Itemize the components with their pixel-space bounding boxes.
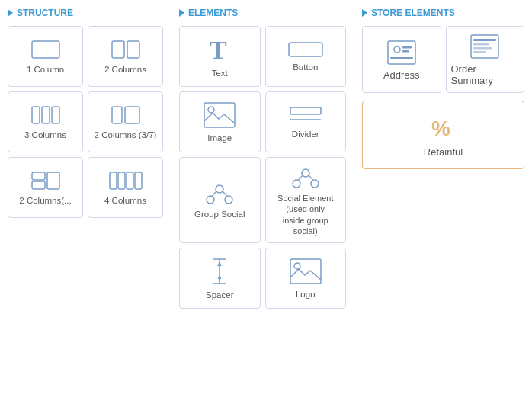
- svg-rect-45: [473, 39, 496, 41]
- 2colstack-label: 2 Columns(...: [19, 195, 71, 207]
- svg-rect-0: [32, 41, 59, 58]
- svg-rect-7: [125, 107, 139, 123]
- structure-collapse-icon[interactable]: [8, 9, 13, 17]
- svg-rect-37: [290, 259, 321, 284]
- svg-rect-10: [47, 172, 59, 189]
- svg-rect-5: [52, 107, 59, 123]
- svg-line-31: [309, 176, 313, 181]
- structure-item-2colstack[interactable]: 2 Columns(...: [8, 157, 83, 218]
- 2col37-icon: [111, 105, 141, 125]
- text-label: Text: [212, 68, 228, 79]
- svg-text:T: T: [210, 36, 227, 63]
- groupsocial-label: Group Social: [194, 209, 245, 220]
- element-text[interactable]: T Text: [179, 26, 261, 87]
- divider-icon: [290, 106, 322, 124]
- structure-header: STRUCTURE: [8, 8, 163, 18]
- 1col-label: 1 Column: [27, 64, 64, 75]
- button-icon: [288, 42, 323, 57]
- address-icon: [387, 40, 416, 65]
- svg-rect-16: [289, 43, 322, 56]
- svg-point-22: [216, 185, 223, 193]
- svg-rect-42: [402, 50, 409, 53]
- image-icon: [204, 102, 236, 128]
- address-label: Address: [383, 69, 420, 81]
- svg-rect-46: [473, 43, 489, 46]
- store-retainful[interactable]: % Retainful: [362, 101, 524, 169]
- svg-rect-39: [388, 41, 415, 64]
- svg-rect-12: [118, 172, 125, 189]
- store-retainful-wrapper: % Retainful: [362, 101, 524, 169]
- 4col-label: 4 Columns: [104, 195, 146, 207]
- spacer-icon: [212, 258, 227, 285]
- 2colstack-icon: [30, 171, 61, 191]
- 3col-icon: [30, 105, 61, 125]
- svg-line-30: [298, 176, 303, 181]
- store-panel: STORE ELEMENTS Address: [354, 0, 532, 420]
- element-spacer[interactable]: Spacer: [179, 248, 261, 309]
- svg-rect-48: [473, 51, 486, 53]
- svg-rect-3: [32, 107, 40, 123]
- svg-point-23: [207, 196, 214, 204]
- structure-panel: STRUCTURE 1 Column 2 Columns: [0, 0, 171, 420]
- structure-item-4col[interactable]: 4 Columns: [88, 157, 163, 218]
- svg-rect-9: [32, 181, 45, 189]
- element-groupsocial[interactable]: Group Social: [179, 157, 261, 243]
- image-label: Image: [207, 133, 232, 144]
- socialelement-label: Social Element (used only inside group s…: [277, 193, 333, 236]
- 2col-icon: [111, 40, 141, 59]
- logo-label: Logo: [296, 289, 316, 300]
- svg-rect-11: [110, 172, 117, 189]
- svg-rect-17: [204, 103, 235, 127]
- 1col-icon: [30, 40, 61, 59]
- 3col-label: 3 Columns: [24, 130, 66, 141]
- store-title: STORE ELEMENTS: [371, 8, 455, 18]
- svg-rect-13: [127, 172, 133, 189]
- store-grid: Address Order Summary: [362, 26, 524, 93]
- svg-rect-1: [112, 41, 124, 58]
- svg-point-27: [302, 169, 309, 177]
- svg-rect-19: [290, 107, 321, 114]
- elements-title: ELEMENTS: [188, 8, 238, 18]
- svg-point-29: [311, 180, 319, 188]
- structure-item-2col[interactable]: 2 Columns: [88, 26, 163, 87]
- structure-item-3col[interactable]: 3 Columns: [8, 91, 83, 152]
- 2col-label: 2 Columns: [104, 64, 146, 75]
- socialelement-icon: [291, 165, 320, 188]
- 2col37-label: 2 Columns (3/7): [95, 130, 157, 141]
- spacer-label: Spacer: [206, 290, 233, 301]
- store-ordersummary[interactable]: Order Summary: [446, 26, 525, 93]
- structure-title: STRUCTURE: [17, 8, 73, 18]
- svg-rect-2: [127, 41, 139, 58]
- structure-item-2col37[interactable]: 2 Columns (3/7): [88, 91, 163, 152]
- store-address[interactable]: Address: [362, 26, 441, 93]
- elements-panel: ELEMENTS T Text Button: [171, 0, 354, 420]
- button-label: Button: [293, 62, 318, 73]
- svg-rect-6: [112, 107, 122, 123]
- svg-line-26: [223, 192, 228, 197]
- structure-item-1col[interactable]: 1 Column: [8, 26, 83, 87]
- svg-rect-14: [135, 172, 142, 189]
- 4col-icon: [109, 171, 143, 191]
- store-header: STORE ELEMENTS: [362, 8, 524, 18]
- logo-icon: [290, 258, 322, 284]
- svg-marker-36: [217, 277, 222, 281]
- retainful-icon: %: [429, 114, 458, 142]
- svg-text:%: %: [431, 117, 450, 140]
- retainful-label: Retainful: [424, 146, 463, 158]
- ordersummary-icon: [470, 34, 499, 59]
- elements-header: ELEMENTS: [179, 8, 346, 18]
- element-logo[interactable]: Logo: [265, 248, 347, 309]
- svg-rect-8: [32, 172, 45, 180]
- svg-rect-44: [471, 35, 498, 58]
- element-divider[interactable]: Divider: [265, 91, 347, 152]
- element-image[interactable]: Image: [179, 91, 261, 152]
- element-button[interactable]: Button: [265, 26, 347, 87]
- element-socialelement[interactable]: Social Element (used only inside group s…: [265, 157, 347, 243]
- svg-line-25: [212, 192, 216, 197]
- elements-collapse-icon[interactable]: [179, 9, 184, 17]
- ordersummary-label: Order Summary: [451, 63, 520, 86]
- svg-rect-4: [42, 107, 50, 123]
- text-icon: T: [207, 36, 232, 63]
- divider-label: Divider: [292, 129, 319, 140]
- store-collapse-icon[interactable]: [362, 9, 367, 17]
